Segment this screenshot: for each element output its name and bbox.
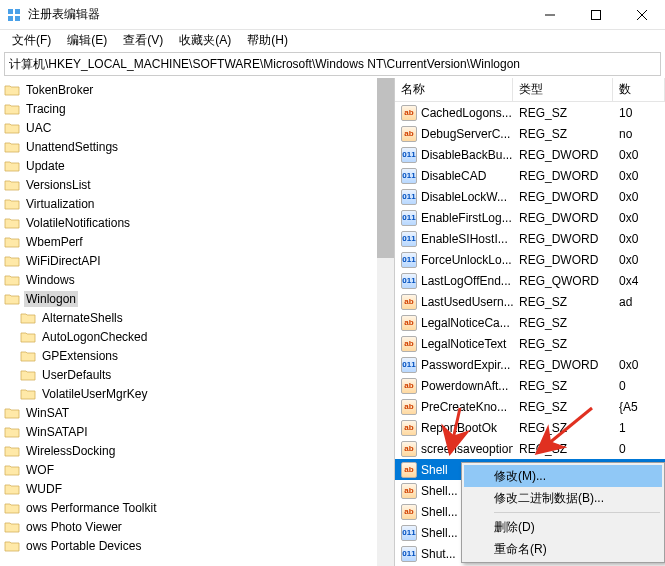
value-icon: ab <box>401 315 417 331</box>
value-type: REG_DWORD <box>513 148 613 162</box>
value-data: 0x0 <box>613 253 665 267</box>
menu-favorites[interactable]: 收藏夹(A) <box>171 30 239 51</box>
value-icon: 011 <box>401 231 417 247</box>
tree-scrollbar-thumb[interactable] <box>377 78 394 258</box>
tree-item[interactable]: VolatileNotifications <box>0 213 394 232</box>
menu-edit[interactable]: 编辑(E) <box>59 30 115 51</box>
tree-item[interactable]: Winlogon <box>0 289 394 308</box>
value-type: REG_SZ <box>513 295 613 309</box>
tree-item[interactable]: VolatileUserMgrKey <box>0 384 394 403</box>
value-data: 0x0 <box>613 148 665 162</box>
folder-icon <box>4 197 20 211</box>
list-row[interactable]: 011DisableBackBu...REG_DWORD0x0 <box>395 144 665 165</box>
tree-item[interactable]: Virtualization <box>0 194 394 213</box>
list-row[interactable]: abscreensaveoptionREG_SZ0 <box>395 438 665 459</box>
close-button[interactable] <box>619 0 665 30</box>
list-row[interactable]: 011PasswordExpir...REG_DWORD0x0 <box>395 354 665 375</box>
list-row[interactable]: abReportBootOkREG_SZ1 <box>395 417 665 438</box>
list-row[interactable]: abLegalNoticeCa...REG_SZ <box>395 312 665 333</box>
list-row[interactable]: abPowerdownAft...REG_SZ0 <box>395 375 665 396</box>
value-name: LastUsedUsern... <box>421 295 513 309</box>
list-row[interactable]: abCachedLogons...REG_SZ10 <box>395 102 665 123</box>
ctxmenu-rename[interactable]: 重命名(R) <box>464 538 662 560</box>
minimize-button[interactable] <box>527 0 573 30</box>
tree-item[interactable]: WbemPerf <box>0 232 394 251</box>
value-data: {A5 <box>613 400 665 414</box>
list-row[interactable]: 011LastLogOffEnd...REG_QWORD0x4 <box>395 270 665 291</box>
list-row[interactable]: abPreCreateKno...REG_SZ{A5 <box>395 396 665 417</box>
tree-item[interactable]: ows Performance Toolkit <box>0 498 394 517</box>
ctxmenu-modify[interactable]: 修改(M)... <box>464 465 662 487</box>
svg-rect-3 <box>15 16 20 21</box>
header-type[interactable]: 类型 <box>513 78 613 101</box>
header-data[interactable]: 数 <box>613 78 665 101</box>
tree-item-label: ows Photo Viewer <box>24 519 124 535</box>
maximize-button[interactable] <box>573 0 619 30</box>
tree-item[interactable]: WinSAT <box>0 403 394 422</box>
address-bar[interactable]: 计算机\HKEY_LOCAL_MACHINE\SOFTWARE\Microsof… <box>4 52 661 76</box>
app-icon <box>6 7 22 23</box>
value-name: screensaveoption <box>421 442 513 456</box>
folder-icon <box>4 254 20 268</box>
value-data: 0x0 <box>613 232 665 246</box>
list-row[interactable]: 011EnableSIHostI...REG_DWORD0x0 <box>395 228 665 249</box>
list-row[interactable]: 011DisableLockW...REG_DWORD0x0 <box>395 186 665 207</box>
tree-item-label: GPExtensions <box>40 348 120 364</box>
value-name: PowerdownAft... <box>421 379 508 393</box>
ctxmenu-delete[interactable]: 删除(D) <box>464 516 662 538</box>
header-name[interactable]: 名称 <box>395 78 513 101</box>
tree-item[interactable]: ows Portable Devices <box>0 536 394 555</box>
tree-item[interactable]: VersionsList <box>0 175 394 194</box>
value-name: DisableBackBu... <box>421 148 512 162</box>
list-row[interactable]: abDebugServerC...REG_SZno <box>395 123 665 144</box>
menu-view[interactable]: 查看(V) <box>115 30 171 51</box>
folder-icon <box>4 273 20 287</box>
value-icon: 011 <box>401 252 417 268</box>
folder-icon <box>4 235 20 249</box>
list-row[interactable]: 011ForceUnlockLo...REG_DWORD0x0 <box>395 249 665 270</box>
tree-item[interactable]: WinSATAPI <box>0 422 394 441</box>
tree-item[interactable]: AutoLogonChecked <box>0 327 394 346</box>
menu-file[interactable]: 文件(F) <box>4 30 59 51</box>
tree-item-label: WirelessDocking <box>24 443 117 459</box>
tree-item[interactable]: WUDF <box>0 479 394 498</box>
list-row[interactable]: 011EnableFirstLog...REG_DWORD0x0 <box>395 207 665 228</box>
value-type: REG_DWORD <box>513 211 613 225</box>
tree-item[interactable]: UnattendSettings <box>0 137 394 156</box>
tree-item[interactable]: Update <box>0 156 394 175</box>
menu-help[interactable]: 帮助(H) <box>239 30 296 51</box>
ctxmenu-modify-binary[interactable]: 修改二进制数据(B)... <box>464 487 662 509</box>
folder-icon <box>20 311 36 325</box>
value-data: 0x0 <box>613 358 665 372</box>
list-row[interactable]: abLastUsedUsern...REG_SZad <box>395 291 665 312</box>
value-name: ReportBootOk <box>421 421 497 435</box>
tree-item[interactable]: AlternateShells <box>0 308 394 327</box>
value-type: REG_SZ <box>513 379 613 393</box>
folder-icon <box>4 216 20 230</box>
list-row[interactable]: abLegalNoticeTextREG_SZ <box>395 333 665 354</box>
folder-icon <box>4 140 20 154</box>
list-row[interactable]: 011DisableCADREG_DWORD0x0 <box>395 165 665 186</box>
tree-scrollbar-track[interactable] <box>377 78 394 566</box>
tree-item[interactable]: WiFiDirectAPI <box>0 251 394 270</box>
value-name: EnableSIHostI... <box>421 232 508 246</box>
value-icon: ab <box>401 336 417 352</box>
menubar: 文件(F) 编辑(E) 查看(V) 收藏夹(A) 帮助(H) <box>0 30 665 50</box>
value-type: REG_SZ <box>513 442 613 456</box>
tree-item[interactable]: WirelessDocking <box>0 441 394 460</box>
value-data: 1 <box>613 421 665 435</box>
tree-item[interactable]: ows Photo Viewer <box>0 517 394 536</box>
tree-item[interactable]: UAC <box>0 118 394 137</box>
value-type: REG_SZ <box>513 106 613 120</box>
tree-item[interactable]: GPExtensions <box>0 346 394 365</box>
value-data: 0x0 <box>613 211 665 225</box>
folder-icon <box>4 501 20 515</box>
tree-item-label: WiFiDirectAPI <box>24 253 103 269</box>
tree-item[interactable]: TokenBroker <box>0 80 394 99</box>
value-name: CachedLogons... <box>421 106 512 120</box>
value-icon: 011 <box>401 210 417 226</box>
tree-item[interactable]: WOF <box>0 460 394 479</box>
tree-item[interactable]: Windows <box>0 270 394 289</box>
tree-item[interactable]: Tracing <box>0 99 394 118</box>
tree-item[interactable]: UserDefaults <box>0 365 394 384</box>
